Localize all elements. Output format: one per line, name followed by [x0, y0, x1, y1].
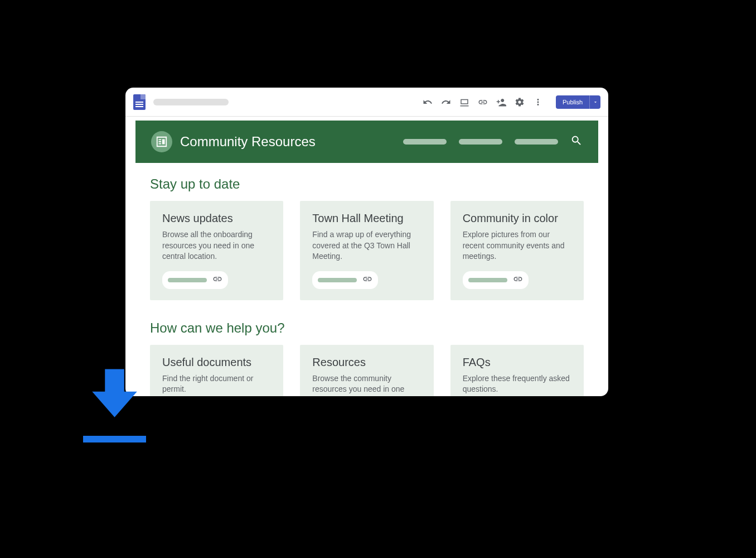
search-icon[interactable]	[570, 134, 583, 149]
card-title: Resources	[312, 356, 421, 369]
link-text-placeholder	[318, 278, 357, 282]
download-arrow-icon	[83, 363, 147, 442]
more-icon[interactable]	[533, 97, 543, 107]
link-text-placeholder	[468, 278, 507, 282]
card-resources[interactable]: Resources Browse the community resources…	[300, 345, 433, 396]
editor-window: Publish Community Resources Stay up to d…	[125, 88, 608, 396]
card-town-hall[interactable]: Town Hall Meeting Find a wrap up of ever…	[300, 201, 433, 300]
share-icon[interactable]	[496, 97, 506, 107]
section-heading[interactable]: Stay up to date	[150, 176, 584, 192]
publish-button[interactable]: Publish	[556, 95, 589, 109]
download-bar	[83, 436, 146, 442]
card-description: Find the right document or permit.	[162, 373, 271, 395]
toolbar: Publish	[125, 88, 608, 117]
nav-item-placeholder[interactable]	[403, 139, 447, 145]
card-community-color[interactable]: Community in color Explore pictures from…	[450, 201, 584, 300]
toolbar-actions: Publish	[423, 95, 600, 109]
settings-icon[interactable]	[515, 97, 525, 107]
site-header: Community Resources	[135, 121, 598, 163]
card-title: FAQs	[463, 356, 571, 369]
redo-icon[interactable]	[441, 97, 451, 107]
undo-icon[interactable]	[423, 97, 433, 107]
link-icon	[513, 274, 523, 286]
page-content: Stay up to date News updates Browse all …	[125, 163, 608, 396]
publish-group: Publish	[556, 95, 600, 109]
link-text-placeholder	[168, 278, 207, 282]
publish-dropdown[interactable]	[589, 95, 600, 109]
link-icon	[212, 274, 222, 286]
nav-item-placeholder[interactable]	[459, 139, 502, 145]
site-title[interactable]: Community Resources	[180, 134, 316, 150]
card-description: Browse all the onboarding resources you …	[162, 229, 271, 262]
site-logo-icon	[151, 131, 172, 152]
document-title-placeholder[interactable]	[153, 99, 229, 105]
card-description: Find a wrap up of everything covered at …	[312, 229, 421, 262]
card-row: News updates Browse all the onboarding r…	[150, 201, 584, 300]
card-row: Useful documents Find the right document…	[150, 345, 584, 396]
card-description: Browse the community resources you need …	[312, 373, 421, 396]
card-title: News updates	[162, 212, 271, 225]
card-link-chip[interactable]	[463, 271, 529, 289]
sites-app-icon[interactable]	[133, 94, 146, 110]
card-title: Community in color	[463, 212, 571, 225]
preview-icon[interactable]	[459, 97, 469, 107]
card-news-updates[interactable]: News updates Browse all the onboarding r…	[150, 201, 283, 300]
nav-item-placeholder[interactable]	[515, 139, 558, 145]
site-nav	[403, 134, 583, 149]
card-title: Useful documents	[162, 356, 271, 369]
card-title: Town Hall Meeting	[312, 212, 421, 225]
section-heading[interactable]: How can we help you?	[150, 320, 584, 336]
card-link-chip[interactable]	[312, 271, 378, 289]
card-description: Explore pictures from our recent communi…	[463, 229, 571, 262]
card-useful-documents[interactable]: Useful documents Find the right document…	[150, 345, 283, 396]
card-description: Explore these frequently asked questions…	[463, 373, 571, 395]
card-faqs[interactable]: FAQs Explore these frequently asked ques…	[450, 345, 584, 396]
link-icon[interactable]	[478, 97, 488, 107]
link-icon	[362, 274, 372, 286]
card-link-chip[interactable]	[162, 271, 228, 289]
